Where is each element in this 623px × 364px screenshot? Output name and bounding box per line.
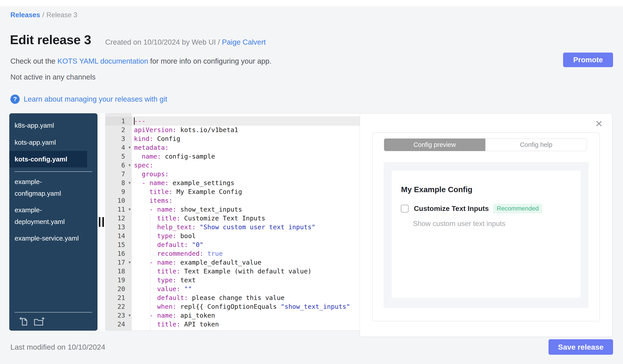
editor-line-code: default: "0"	[132, 240, 364, 249]
indent-guide	[150, 214, 150, 330]
editor-line-19[interactable]: 19 type: text	[106, 276, 364, 284]
editor-line-number: 12	[106, 214, 132, 223]
editor-line-11[interactable]: 11▾ - name: show_text_inputs	[106, 205, 364, 214]
editor-line-7[interactable]: 7 groups:	[106, 170, 364, 179]
editor-line-number: 14	[106, 231, 132, 240]
top-strip	[0, 0, 623, 6]
file-tree-item-kots-config.yaml[interactable]: kots-config.yaml	[9, 151, 87, 167]
editor-line-code: spec:	[132, 161, 364, 170]
doc-line: Check out the KOTS YAML documentation fo…	[10, 57, 271, 65]
config-item-label: Customize Text Inputs	[414, 204, 489, 213]
editor-line-code: ---	[132, 117, 364, 125]
editor-line-8[interactable]: 8▾ - name: example_settings	[106, 179, 364, 187]
config-preview-box: Config preview Config help My Example Co…	[372, 133, 600, 321]
editor-line-code: groups:	[132, 170, 364, 179]
editor-line-13[interactable]: 13 help_text: "Show custom user text inp…	[106, 223, 364, 231]
save-release-button[interactable]: Save release	[549, 339, 613, 355]
editor-line-code: - name: api_token	[132, 311, 364, 320]
editor-line-code: recommended: true	[132, 249, 364, 258]
yaml-editor[interactable]: 1---2apiVersion: kots.io/v1beta13kind: C…	[105, 113, 364, 331]
git-help-row: ? Learn about managing your releases wit…	[10, 95, 167, 104]
editor-line-code: type: text	[132, 276, 364, 284]
config-item-row: Customize Text Inputs Recommended	[401, 204, 542, 213]
new-file-icon[interactable]	[19, 316, 29, 327]
editor-line-2[interactable]: 2apiVersion: kots.io/v1beta1	[106, 125, 364, 134]
file-tree-item-example-configmap.yaml[interactable]: example-configmap.yaml	[9, 172, 89, 200]
editor-line-3[interactable]: 3kind: Config	[106, 134, 364, 143]
breadcrumb-separator: /	[42, 11, 44, 19]
fold-arrow-icon[interactable]: ▾	[129, 179, 131, 187]
breadcrumb-releases-link[interactable]: Releases	[10, 11, 40, 19]
editor-line-10[interactable]: 10 items:	[106, 196, 364, 205]
grip-bar	[99, 217, 100, 227]
editor-line-22[interactable]: 22 when: repl{{ ConfigOptionEquals "show…	[106, 302, 364, 311]
fold-arrow-icon[interactable]: ▾	[129, 205, 131, 214]
editor-line-number: 6▾	[106, 161, 132, 170]
editor-line-12[interactable]: 12 title: Customize Text Inputs	[106, 214, 364, 223]
created-author-link[interactable]: Paige Calvert	[222, 38, 266, 46]
editor-line-number: 13	[106, 223, 132, 231]
editor-line-21[interactable]: 21 default: please change this value	[106, 293, 364, 302]
editor-line-number: 7	[106, 170, 132, 179]
editor-line-18[interactable]: 18 title: Text Example (with default val…	[106, 267, 364, 276]
file-tree-item-example-service.yaml[interactable]: example-service.yaml	[9, 228, 89, 245]
editor-line-code: when: repl{{ ConfigOptionEquals "show_te…	[132, 302, 364, 311]
editor-line-number: 15	[106, 240, 132, 249]
file-tree-item-example-deployment.yaml[interactable]: example-deployment.yaml	[9, 200, 89, 228]
editor-line-number: 4▾	[106, 143, 132, 152]
editor-line-code: metadata:	[132, 143, 364, 152]
close-icon[interactable]: ✕	[595, 119, 603, 129]
editor-line-6[interactable]: 6▾spec:	[106, 161, 364, 170]
customize-text-inputs-checkbox[interactable]	[401, 205, 409, 212]
promote-button[interactable]: Promote	[563, 53, 613, 67]
editor-line-code: title: API token	[132, 320, 364, 329]
editor-line-4[interactable]: 4▾metadata:	[106, 143, 364, 152]
editor-line-17[interactable]: 17▾ - name: example_default_value	[106, 258, 364, 267]
editor-line-number: 18	[106, 267, 132, 276]
editor-line-5[interactable]: 5 name: config-sample	[106, 152, 364, 161]
editor-line-number: 9	[106, 187, 132, 196]
editor-line-code: title: My Example Config	[132, 187, 364, 196]
fold-arrow-icon[interactable]: ▾	[129, 258, 131, 267]
editor-line-number: 22	[106, 302, 132, 311]
breadcrumb-current: Release 3	[46, 11, 77, 19]
editor-line-code: type: bool	[132, 231, 364, 240]
tab-config-help[interactable]: Config help	[485, 139, 587, 151]
last-modified-text: Last modified on 10/10/2024	[10, 343, 105, 351]
file-sidebar: k8s-app.yamlkots-app.yamlkots-config.yam…	[9, 113, 97, 331]
editor-line-code: apiVersion: kots.io/v1beta1	[132, 125, 364, 134]
editor-line-20[interactable]: 20 value: ""	[106, 284, 364, 293]
editor-line-16[interactable]: 16 recommended: true	[106, 249, 364, 258]
question-mark-icon[interactable]: ?	[10, 95, 20, 104]
editor-line-code: - name: example_default_value	[132, 258, 364, 267]
sidebar-editor-splitter[interactable]	[97, 113, 105, 331]
fold-arrow-icon[interactable]: ▾	[129, 161, 131, 170]
editor-lines: 1---2apiVersion: kots.io/v1beta13kind: C…	[106, 117, 364, 331]
editor-line-code: kind: Config	[132, 134, 364, 143]
editor-line-15[interactable]: 15 default: "0"	[106, 240, 364, 249]
grip-bar	[102, 217, 104, 227]
fold-arrow-icon[interactable]: ▾	[129, 311, 131, 320]
recommended-badge: Recommended	[493, 204, 542, 213]
editor-line-number: 8▾	[106, 179, 132, 187]
file-tree-item-kots-app.yaml[interactable]: kots-app.yaml	[9, 134, 89, 151]
editor-line-24[interactable]: 24 title: API token	[106, 320, 364, 329]
tab-config-preview[interactable]: Config preview	[384, 139, 485, 151]
editor-line-number: 3	[106, 134, 132, 143]
editor-line-14[interactable]: 14 type: bool	[106, 231, 364, 240]
editor-line-25[interactable]: 25 type: password	[106, 329, 364, 331]
editor-line-9[interactable]: 9 title: My Example Config	[106, 187, 364, 196]
page-title: Edit release 3	[10, 32, 91, 47]
editor-line-1[interactable]: 1---	[106, 117, 364, 125]
new-folder-icon[interactable]	[33, 316, 45, 327]
file-tree-item-k8s-app.yaml[interactable]: k8s-app.yaml	[9, 117, 89, 134]
fold-arrow-icon[interactable]: ▾	[129, 143, 131, 152]
editor-line-number: 23▾	[106, 311, 132, 320]
git-releases-link[interactable]: Learn about managing your releases with …	[24, 95, 167, 103]
channel-status: Not active in any channels	[10, 73, 95, 81]
config-item-help-text: Show custom user text inputs	[413, 220, 505, 228]
editor-line-number: 19	[106, 276, 132, 284]
kots-yaml-documentation-link[interactable]: KOTS YAML documentation	[58, 57, 148, 65]
editor-line-number: 1	[106, 117, 132, 125]
editor-line-23[interactable]: 23▾ - name: api_token	[106, 311, 364, 320]
